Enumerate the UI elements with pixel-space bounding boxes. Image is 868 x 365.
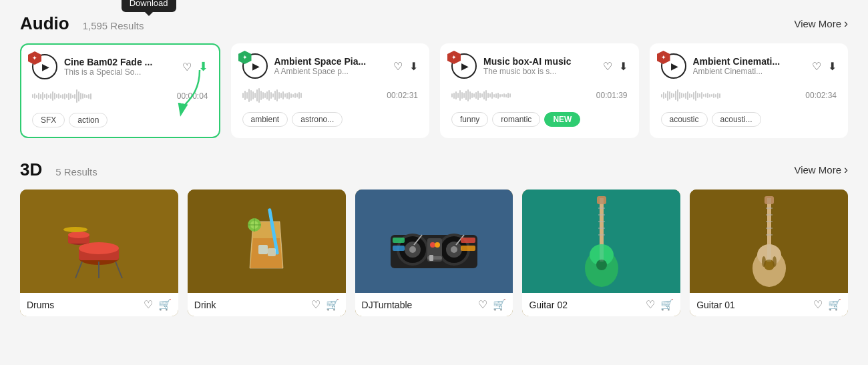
card-2-top: ▶ Ambient Space Pia... A Ambient Space p… — [242, 53, 419, 79]
card-3-duration: 00:01:39 — [596, 91, 628, 100]
3d-view-more[interactable]: View More › — [794, 163, 848, 177]
heart-icon-drums[interactable]: ♡ — [144, 298, 153, 311]
3d-label-drums: Drums ♡ 🛒 — [20, 293, 178, 316]
tag-new-badge[interactable]: NEW — [544, 112, 580, 127]
3d-actions-guitar1: ♡ 🛒 — [813, 298, 841, 311]
download-icon-1[interactable]: ⬇ — [198, 59, 208, 74]
svg-rect-36 — [461, 238, 475, 243]
3d-actions-drink: ♡ 🛒 — [311, 298, 339, 311]
audio-card-1: ✦ Download ▶ C — [20, 43, 220, 138]
3d-items-row: Drums ♡ 🛒 — [20, 190, 848, 316]
heart-icon-guitar1[interactable]: ♡ — [813, 298, 823, 311]
audio-card-2: ✦ ▶ Ambient Space Pia... A Ambient Space… — [231, 43, 430, 138]
card-3-waveform-row: 00:01:39 — [451, 85, 628, 105]
3d-name-drink: Drink — [194, 300, 216, 310]
card-4-tags: acoustic acousti... — [661, 112, 837, 127]
heart-icon-2[interactable]: ♡ — [393, 60, 403, 73]
svg-line-8 — [75, 262, 82, 278]
svg-point-31 — [435, 242, 440, 248]
tag-ambient[interactable]: ambient — [242, 112, 288, 127]
audio-view-more[interactable]: View More › — [794, 17, 848, 31]
svg-rect-37 — [461, 246, 475, 251]
cart-icon-guitar2[interactable]: 🛒 — [660, 298, 674, 311]
3d-item-guitar2[interactable]: Guitar 02 ♡ 🛒 — [522, 190, 680, 316]
heart-icon-guitar2[interactable]: ♡ — [646, 298, 655, 311]
waveform-4 — [661, 85, 801, 105]
3d-item-drink[interactable]: Drink ♡ 🛒 — [188, 190, 346, 316]
page: Audio 1,595 Results View More › ✦ Downlo… — [0, 0, 868, 365]
heart-icon-1[interactable]: ♡ — [182, 61, 192, 73]
svg-point-62 — [773, 256, 777, 267]
card-4-subtitle: Ambient Cinemati... — [693, 67, 806, 76]
download-icon-2[interactable]: ⬇ — [409, 60, 418, 73]
card-1-meta: Cine Bam02 Fade ... This is a Special So… — [64, 57, 176, 77]
3d-img-guitar1 — [690, 190, 848, 293]
3d-img-dj — [355, 190, 513, 293]
heart-icon-4[interactable]: ♡ — [812, 60, 821, 73]
card-2-subtitle: A Ambient Space p... — [274, 67, 387, 76]
card-1-waveform-row: 00:00:04 — [32, 86, 208, 106]
cart-icon-drums[interactable]: 🛒 — [158, 298, 172, 311]
card-1-tags: SFX action — [32, 113, 208, 127]
svg-point-7 — [63, 227, 87, 232]
3d-item-guitar1[interactable]: Guitar 01 ♡ 🛒 — [690, 190, 848, 316]
svg-line-9 — [116, 262, 122, 278]
tag-action[interactable]: action — [69, 113, 107, 127]
download-icon-4[interactable]: ⬇ — [828, 60, 837, 73]
3d-label-guitar2: Guitar 02 ♡ 🛒 — [522, 293, 680, 316]
chevron-right-icon: › — [844, 17, 848, 31]
3d-item-drums[interactable]: Drums ♡ 🛒 — [20, 190, 178, 316]
drums-svg — [62, 202, 136, 282]
3d-count: 5 Results — [55, 166, 97, 177]
cart-icon-drink[interactable]: 🛒 — [326, 298, 339, 311]
svg-point-22 — [409, 246, 416, 253]
card-4-waveform-row: 00:02:34 — [661, 85, 837, 105]
card-2-duration: 00:02:31 — [387, 91, 418, 100]
card-1-duration: 00:00:04 — [177, 91, 208, 101]
waveform-1 — [32, 86, 172, 106]
tag-acoustic[interactable]: acoustic — [661, 112, 708, 127]
tag-sfx[interactable]: SFX — [32, 113, 65, 127]
tag-acousti[interactable]: acousti... — [712, 112, 761, 127]
svg-rect-12 — [258, 245, 268, 254]
guitar1-svg — [746, 195, 793, 288]
card-2-meta: Ambient Space Pia... A Ambient Space p..… — [274, 56, 387, 76]
3d-name-guitar2: Guitar 02 — [529, 300, 568, 310]
heart-icon-drink[interactable]: ♡ — [311, 298, 320, 311]
card-3-subtitle: The music box is s... — [483, 67, 596, 76]
svg-rect-29 — [429, 255, 433, 261]
svg-point-6 — [68, 232, 89, 238]
card-1-actions: ♡ ⬇ — [182, 59, 208, 74]
3d-item-dj[interactable]: DJTurntable ♡ 🛒 — [355, 190, 513, 316]
heart-icon-3[interactable]: ♡ — [603, 60, 612, 73]
chevron-right-icon-3d: › — [844, 163, 848, 177]
heart-icon-dj[interactable]: ♡ — [478, 298, 487, 311]
play-icon-2: ▶ — [252, 61, 260, 71]
3d-img-guitar2 — [522, 190, 680, 293]
card-3-title: Music box-AI music — [483, 56, 596, 67]
3d-img-drink — [188, 190, 346, 293]
card-1-top: ▶ Cine Bam02 Fade ... This is a Special … — [32, 54, 208, 79]
card-1-title: Cine Bam02 Fade ... — [64, 57, 176, 67]
card-3-tags: funny romantic NEW — [451, 112, 628, 127]
card-2-title: Ambient Space Pia... — [274, 56, 387, 67]
tag-romantic[interactable]: romantic — [492, 112, 540, 127]
audio-cards-row: ✦ Download ▶ C — [20, 43, 848, 138]
waveform-2 — [242, 85, 382, 105]
card-4-meta: Ambient Cinemati... Ambient Cinemati... — [693, 56, 806, 76]
cart-icon-dj[interactable]: 🛒 — [493, 298, 506, 311]
3d-img-drums — [20, 190, 178, 293]
3d-name-dj: DJTurntable — [362, 300, 413, 310]
3d-actions-drums: ♡ 🛒 — [144, 298, 172, 311]
card-3-actions: ♡ ⬇ — [603, 60, 628, 73]
cart-icon-guitar1[interactable]: 🛒 — [828, 298, 841, 311]
drink-svg — [240, 202, 293, 282]
svg-point-30 — [430, 242, 435, 248]
card-3-top: ▶ Music box-AI music The music box is s.… — [451, 53, 628, 79]
tag-astrono[interactable]: astrono... — [292, 112, 343, 127]
download-icon-3[interactable]: ⬇ — [619, 60, 628, 73]
tag-funny[interactable]: funny — [451, 112, 488, 127]
svg-rect-13 — [268, 248, 276, 256]
svg-rect-35 — [393, 246, 405, 251]
svg-rect-34 — [393, 238, 405, 243]
